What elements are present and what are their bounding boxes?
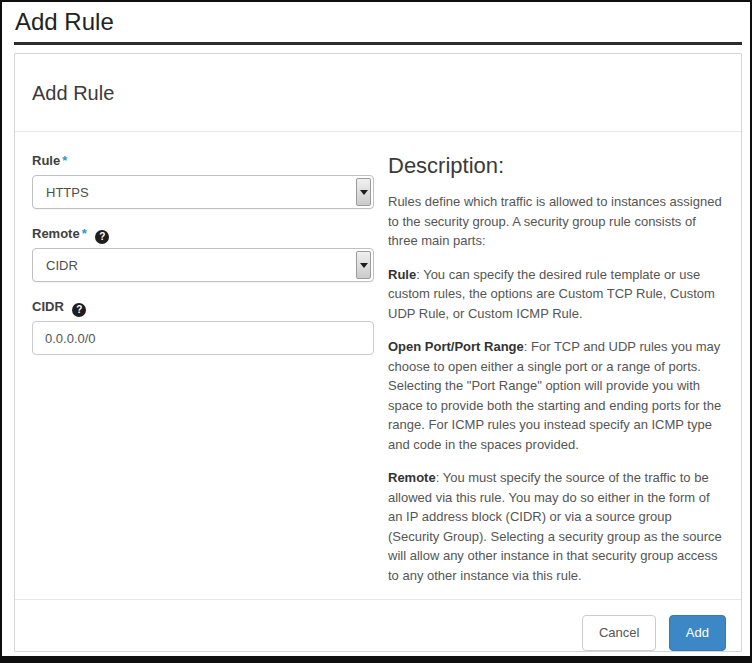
modal-footer: Cancel Add bbox=[15, 599, 741, 663]
cidr-input[interactable] bbox=[32, 321, 374, 355]
chevron-down-icon bbox=[356, 251, 371, 279]
rule-select-value: HTTPS bbox=[46, 185, 89, 200]
required-asterisk: * bbox=[82, 226, 87, 241]
description-paragraph: Open Port/Port Range: For TCP and UDP ru… bbox=[388, 337, 725, 454]
description-paragraph: Remote: You must specify the source of t… bbox=[388, 468, 725, 585]
title-divider bbox=[14, 42, 742, 45]
modal-title: Add Rule bbox=[32, 82, 114, 104]
remote-select[interactable]: CIDR bbox=[32, 248, 374, 282]
add-rule-form: Rule* HTTPS Remote* ? CIDR CIDR ? bbox=[32, 153, 374, 599]
page-title: Add Rule bbox=[15, 8, 742, 36]
chevron-down-icon bbox=[356, 178, 371, 206]
rule-select[interactable]: HTTPS bbox=[32, 175, 374, 209]
cidr-label: CIDR ? bbox=[32, 299, 374, 315]
cancel-button[interactable]: Cancel bbox=[582, 615, 656, 651]
window-frame: Add Rule Add Rule Rule* HTTPS Remote* ? bbox=[0, 0, 752, 663]
description-heading: Description: bbox=[388, 153, 725, 179]
modal-header: Add Rule bbox=[15, 54, 741, 132]
remote-select-value: CIDR bbox=[46, 258, 78, 273]
required-asterisk: * bbox=[62, 153, 67, 168]
description-paragraph: Rules define which traffic is allowed to… bbox=[388, 192, 725, 251]
help-icon[interactable]: ? bbox=[72, 303, 86, 317]
description-panel: Description: Rules define which traffic … bbox=[388, 153, 725, 599]
help-icon[interactable]: ? bbox=[95, 230, 109, 244]
add-button[interactable]: Add bbox=[669, 615, 726, 651]
modal-body: Rule* HTTPS Remote* ? CIDR CIDR ? bbox=[15, 132, 741, 599]
remote-label: Remote* ? bbox=[32, 226, 374, 242]
rule-label: Rule* bbox=[32, 153, 374, 169]
description-paragraph: Rule: You can specify the desired rule t… bbox=[388, 265, 725, 324]
add-rule-modal: Add Rule Rule* HTTPS Remote* ? CIDR bbox=[14, 53, 742, 652]
